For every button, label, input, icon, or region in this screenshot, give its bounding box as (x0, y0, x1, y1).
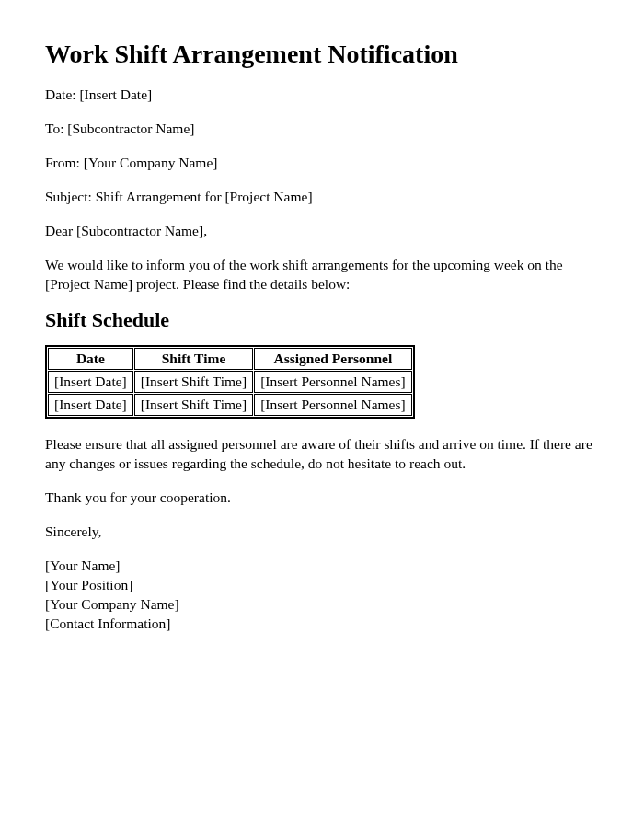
signature-company: [Your Company Name] (45, 595, 599, 615)
cell-personnel: [Insert Personnel Names] (254, 371, 412, 393)
table-row: [Insert Date] [Insert Shift Time] [Inser… (48, 371, 412, 393)
cell-date: [Insert Date] (48, 394, 133, 416)
salutation: Dear [Subcontractor Name], (45, 222, 599, 241)
intro-paragraph: We would like to inform you of the work … (45, 256, 599, 294)
header-date: Date (48, 348, 133, 370)
notice-paragraph: Please ensure that all assigned personne… (45, 435, 599, 474)
schedule-heading: Shift Schedule (45, 308, 599, 332)
subject-line: Subject: Shift Arrangement for [Project … (45, 188, 599, 207)
thanks-paragraph: Thank you for your cooperation. (45, 489, 599, 508)
cell-date: [Insert Date] (48, 371, 133, 393)
to-line: To: [Subcontractor Name] (45, 120, 599, 139)
header-shift-time: Shift Time (134, 348, 253, 370)
date-line: Date: [Insert Date] (45, 86, 599, 105)
cell-shift-time: [Insert Shift Time] (134, 371, 253, 393)
header-personnel: Assigned Personnel (254, 348, 412, 370)
closing: Sincerely, (45, 523, 599, 542)
table-header-row: Date Shift Time Assigned Personnel (48, 348, 412, 370)
table-row: [Insert Date] [Insert Shift Time] [Inser… (48, 394, 412, 416)
cell-shift-time: [Insert Shift Time] (134, 394, 253, 416)
document-page: Work Shift Arrangement Notification Date… (17, 17, 627, 811)
signature-position: [Your Position] (45, 576, 599, 595)
signature-block: [Your Name] [Your Position] [Your Compan… (45, 557, 599, 634)
signature-contact: [Contact Information] (45, 615, 599, 634)
shift-schedule-table: Date Shift Time Assigned Personnel [Inse… (45, 345, 415, 419)
signature-name: [Your Name] (45, 557, 599, 576)
page-title: Work Shift Arrangement Notification (45, 40, 599, 69)
from-line: From: [Your Company Name] (45, 154, 599, 173)
cell-personnel: [Insert Personnel Names] (254, 394, 412, 416)
